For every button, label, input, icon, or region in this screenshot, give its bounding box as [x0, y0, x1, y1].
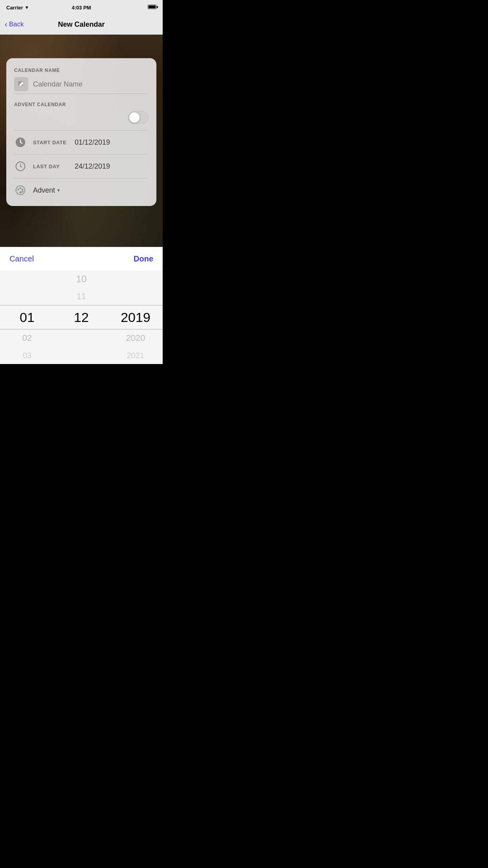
last-day-row[interactable]: LAST DAY 24/12/2019 — [14, 154, 149, 178]
picker-below2-year: 2021 — [108, 347, 163, 364]
picker-below2-month — [54, 347, 108, 364]
date-picker[interactable]: 10 11 01 12 2019 02 2020 03 2021 — [0, 270, 163, 364]
picker-selected-month: 12 — [54, 305, 108, 329]
picker-above2-year — [108, 270, 163, 288]
name-underline — [14, 94, 149, 94]
svg-point-5 — [20, 188, 21, 189]
toggle-thumb — [129, 112, 139, 123]
advent-toggle-row — [14, 111, 149, 124]
status-left: Carrier ▾ — [6, 5, 28, 11]
picker-above2-day — [0, 270, 54, 288]
edit-icon — [17, 80, 25, 88]
back-button[interactable]: ‹ Back — [5, 20, 24, 29]
nav-bar: ‹ Back New Calendar — [0, 14, 163, 35]
last-day-value: 24/12/2019 — [75, 162, 110, 171]
svg-point-7 — [22, 191, 23, 192]
modal-card: CALENDAR NAME ADVENT CALENDAR — [6, 58, 156, 206]
start-date-value: 01/12/2019 — [75, 138, 110, 147]
back-label: Back — [9, 20, 24, 28]
wifi-icon: ▾ — [26, 5, 28, 10]
picker-selected-day: 01 — [0, 305, 54, 329]
dropdown-arrow-icon: ▾ — [57, 188, 60, 193]
status-time: 4:03 PM — [72, 5, 91, 11]
picker-below2-row: 03 2021 — [0, 347, 163, 364]
picker-selected-year: 2019 — [108, 305, 163, 329]
clock-filled-icon — [15, 137, 26, 148]
theme-label: Advent — [33, 186, 55, 195]
calendar-name-section-label: CALENDAR NAME — [14, 68, 149, 73]
palette-icon — [15, 185, 26, 196]
palette-icon-box — [14, 184, 27, 197]
done-button[interactable]: Done — [134, 254, 153, 263]
svg-point-4 — [18, 189, 19, 190]
background-area: CALENDAR NAME ADVENT CALENDAR — [0, 35, 163, 247]
clock-outline-icon — [15, 161, 26, 172]
calendar-name-input[interactable] — [33, 80, 149, 88]
theme-row[interactable]: Advent ▾ — [14, 178, 149, 198]
start-date-label: START DATE — [33, 140, 68, 145]
picker-above2-row: 10 — [0, 270, 163, 288]
picker-above1-row: 11 — [0, 288, 163, 305]
edit-icon-box — [14, 77, 28, 91]
last-day-label: LAST DAY — [33, 164, 68, 169]
picker-below1-row: 02 2020 — [0, 329, 163, 347]
picker-above1-year — [108, 288, 163, 305]
nav-title: New Calendar — [58, 20, 105, 29]
action-bar: Cancel Done — [0, 247, 163, 270]
clock-outline-icon-box — [14, 160, 27, 173]
start-date-row[interactable]: START DATE 01/12/2019 — [14, 131, 149, 154]
picker-below2-day: 03 — [0, 347, 54, 364]
carrier-label: Carrier — [6, 5, 23, 11]
picker-above1-month: 11 — [54, 288, 108, 305]
picker-below1-day: 02 — [0, 329, 54, 347]
advent-toggle[interactable] — [128, 111, 149, 124]
picker-below1-year: 2020 — [108, 329, 163, 347]
cancel-button[interactable]: Cancel — [9, 254, 34, 263]
svg-point-6 — [22, 189, 23, 190]
clock-icon-box — [14, 136, 27, 149]
svg-point-3 — [16, 186, 25, 195]
battery-icon — [148, 5, 156, 9]
battery-indicator — [148, 5, 156, 10]
picker-above1-day — [0, 288, 54, 305]
picker-below1-month — [54, 329, 108, 347]
calendar-name-row — [14, 77, 149, 91]
picker-above2-month: 10 — [54, 270, 108, 288]
picker-selected-row: 01 12 2019 — [0, 305, 163, 329]
theme-dropdown[interactable]: Advent ▾ — [33, 186, 60, 195]
advent-section-label: ADVENT CALENDAR — [14, 102, 149, 107]
chevron-left-icon: ‹ — [5, 20, 7, 29]
status-bar: Carrier ▾ 4:03 PM — [0, 0, 163, 14]
svg-point-8 — [19, 191, 21, 193]
